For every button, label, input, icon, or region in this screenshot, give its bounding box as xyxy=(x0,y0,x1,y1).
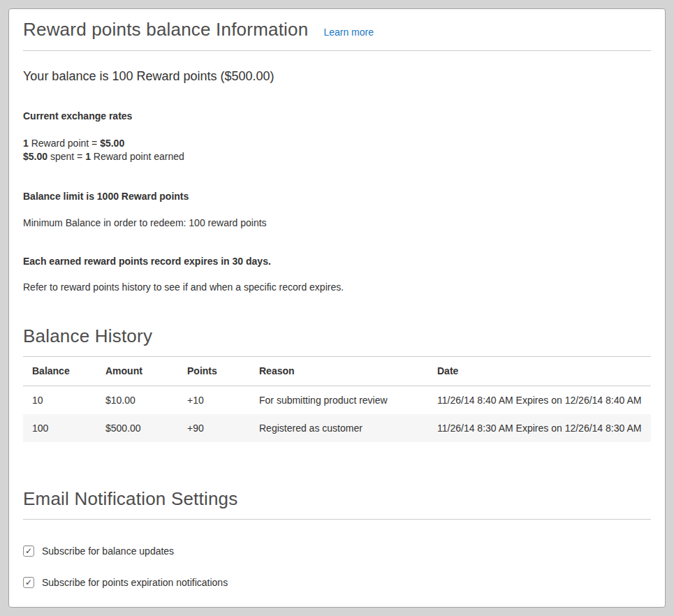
minimum-balance-text: Minimum Balance in order to redeem: 100 … xyxy=(23,217,651,228)
rate-middle-text: Reward point = xyxy=(29,138,100,149)
balance-summary: Your balance is 100 Reward points ($500.… xyxy=(23,69,651,84)
cell-amount: $10.00 xyxy=(96,386,178,415)
table-header-row: Balance Amount Points Reason Date xyxy=(23,357,651,386)
table-row: 100 $500.00 +90 Registered as customer 1… xyxy=(23,414,651,442)
column-header-date: Date xyxy=(428,357,651,386)
balance-updates-label[interactable]: Subscribe for balance updates xyxy=(42,545,174,557)
cell-balance: 100 xyxy=(23,414,96,442)
spend-amount-value: $5.00 xyxy=(23,151,47,162)
spend-tail-text: Reward point earned xyxy=(91,151,184,162)
expiry-note-text: Refer to reward points history to see if… xyxy=(23,281,651,293)
cell-reason: For submitting product review xyxy=(250,386,428,415)
balance-history-table: Balance Amount Points Reason Date 10 $10… xyxy=(23,357,651,442)
column-header-amount: Amount xyxy=(96,357,178,386)
expiry-rule-text: Each earned reward points record expires… xyxy=(23,256,651,267)
cell-points: +90 xyxy=(178,414,250,442)
earned-points-value: 1 xyxy=(85,151,91,162)
balance-history-heading: Balance History xyxy=(23,325,651,357)
expiration-notifications-option: ✓ Subscribe for points expiration notifi… xyxy=(23,577,651,588)
column-header-reason: Reason xyxy=(250,357,428,386)
email-settings-section: Email Notification Settings ✓ Subscribe … xyxy=(23,488,651,608)
spend-middle-text: spent = xyxy=(47,151,85,162)
cell-reason: Registered as customer xyxy=(250,414,428,442)
expiration-notifications-checkbox[interactable]: ✓ xyxy=(23,577,34,588)
cell-date: 11/26/14 8:40 AM Expires on 12/26/14 8:4… xyxy=(428,386,651,415)
balance-updates-checkbox[interactable]: ✓ xyxy=(23,545,34,557)
balance-history-section: Balance History Balance Amount Points Re… xyxy=(23,325,651,442)
learn-more-link[interactable]: Learn more xyxy=(323,27,374,38)
rate-amount-value: $5.00 xyxy=(100,138,124,149)
cell-points: +10 xyxy=(178,386,250,415)
balance-updates-option: ✓ Subscribe for balance updates xyxy=(23,545,651,557)
expiration-notifications-label[interactable]: Subscribe for points expiration notifica… xyxy=(42,577,228,588)
cell-balance: 10 xyxy=(23,386,96,415)
check-icon: ✓ xyxy=(25,547,32,555)
check-icon: ✓ xyxy=(25,578,32,587)
column-header-balance: Balance xyxy=(23,357,96,386)
column-header-points: Points xyxy=(178,357,250,386)
page-title-row: Reward points balance Information Learn … xyxy=(23,19,651,51)
balance-limit-text: Balance limit is 1000 Reward points xyxy=(23,191,651,202)
exchange-rates-heading: Current exchange rates xyxy=(23,110,651,122)
reward-points-panel: Reward points balance Information Learn … xyxy=(8,8,666,608)
page-title: Reward points balance Information xyxy=(23,19,308,41)
rate-point-to-currency: 1 Reward point = $5.00 xyxy=(23,137,651,150)
rate-points-value: 1 xyxy=(23,138,29,149)
email-settings-heading: Email Notification Settings xyxy=(23,488,651,520)
exchange-rate-lines: 1 Reward point = $5.00 $5.00 spent = 1 R… xyxy=(23,137,651,163)
rate-currency-to-point: $5.00 spent = 1 Reward point earned xyxy=(23,150,651,163)
cell-amount: $500.00 xyxy=(96,414,178,442)
table-row: 10 $10.00 +10 For submitting product rev… xyxy=(23,386,651,415)
cell-date: 11/26/14 8:30 AM Expires on 12/26/14 8:3… xyxy=(428,414,651,442)
